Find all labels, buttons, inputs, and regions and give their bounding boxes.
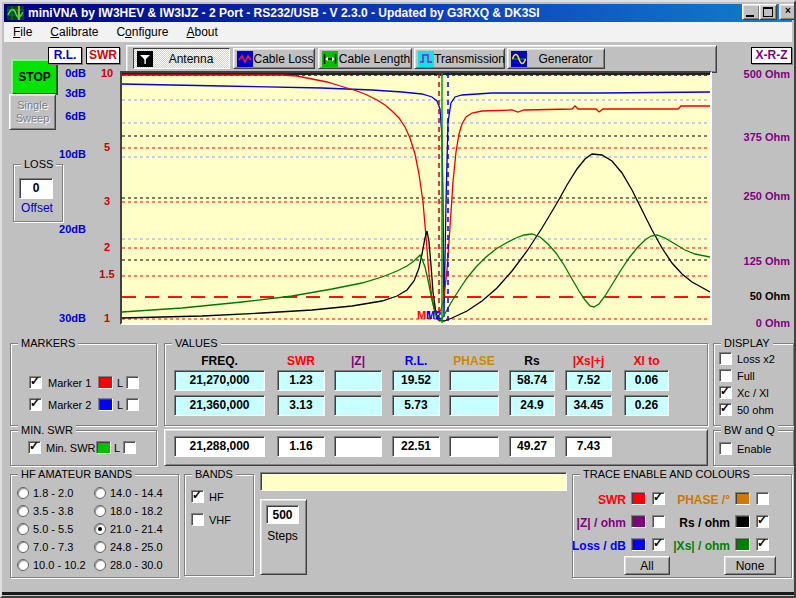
min-z-field[interactable] xyxy=(334,436,382,457)
m2-swr-field[interactable]: 3.13 xyxy=(277,395,325,416)
min-xs-field[interactable]: 7.43 xyxy=(565,436,612,457)
min-swr-colour-swatch[interactable] xyxy=(96,441,111,454)
minimize-button[interactable] xyxy=(742,4,760,20)
m1-xs-field[interactable]: 7.52 xyxy=(565,370,612,391)
all-button[interactable]: All xyxy=(624,556,670,575)
trace-rs-swatch[interactable] xyxy=(735,515,750,528)
fifty-ohm-checkbox[interactable]: ✓ xyxy=(719,403,732,416)
m2-phase-field[interactable] xyxy=(449,395,499,416)
m2-xl-field[interactable]: 0.26 xyxy=(624,395,669,416)
chart-plot[interactable]: M1M2 xyxy=(122,73,710,323)
min-rl-field[interactable]: 22.51 xyxy=(392,436,440,457)
m1-rl-field[interactable]: 19.52 xyxy=(392,370,440,391)
title-bar: miniVNA by IW3HEV & IW3IJZ - 2 Port - RS… xyxy=(4,4,792,22)
bands-group-title: BANDS xyxy=(192,468,236,480)
trace-xs-checkbox[interactable]: ✓ xyxy=(756,538,769,551)
col-swr: SWR xyxy=(277,354,325,368)
loss-offset-label: Offset xyxy=(13,201,61,215)
min-swr-field[interactable]: 1.16 xyxy=(277,436,325,457)
trace-loss-checkbox[interactable]: ✓ xyxy=(652,538,665,551)
marker2-checkbox[interactable]: ✓ xyxy=(29,398,42,411)
m2-rs-field[interactable]: 24.9 xyxy=(509,395,555,416)
vhf-label: VHF xyxy=(209,514,231,526)
m1-rs-field[interactable]: 58.74 xyxy=(509,370,555,391)
loss-offset-input[interactable]: 0 xyxy=(19,178,53,199)
m2-z-field[interactable] xyxy=(334,395,382,416)
m1-freq-field[interactable]: 21,270,000 xyxy=(174,370,265,391)
loss-x2-checkbox[interactable]: ✓ xyxy=(719,352,732,365)
min-swr-checkbox[interactable]: ✓ xyxy=(28,441,41,454)
trace-swr-swatch[interactable] xyxy=(631,492,646,505)
trace-z-swatch[interactable] xyxy=(631,515,646,528)
menu-file[interactable]: File xyxy=(4,22,41,42)
m1-swr-field[interactable]: 1.23 xyxy=(277,370,325,391)
marker2-label: Marker 2 xyxy=(48,399,91,411)
trace-phase-checkbox[interactable]: ✓ xyxy=(756,492,769,505)
marker1-l-checkbox[interactable]: ✓ xyxy=(126,376,139,389)
band-radio-30m[interactable] xyxy=(17,559,29,571)
steps-input[interactable]: 500 xyxy=(266,505,299,524)
menu-configure[interactable]: Configure xyxy=(107,22,177,42)
marker2-l-checkbox[interactable]: ✓ xyxy=(126,398,139,411)
min-swr-l-label: L xyxy=(114,442,120,454)
sweep-chart[interactable]: M1M2 xyxy=(120,71,712,325)
menu-about[interactable]: About xyxy=(177,22,226,42)
cable-length-icon xyxy=(322,51,338,67)
band-label: 7.0 - 7.3 xyxy=(33,541,73,553)
marker1-colour-swatch[interactable] xyxy=(98,376,113,389)
band-radio-20m[interactable] xyxy=(94,487,106,499)
hf-bands-group-title: HF AMATEUR BANDS xyxy=(18,468,135,480)
trace-xs-swatch[interactable] xyxy=(735,538,750,551)
band-radio-12m[interactable] xyxy=(94,541,106,553)
band-radio-80m[interactable] xyxy=(17,505,29,517)
transmission-button[interactable]: Transmission xyxy=(414,48,505,69)
trace-loss-swatch[interactable] xyxy=(631,538,646,551)
band-radio-160m[interactable] xyxy=(17,487,29,499)
m2-rl-field[interactable]: 5.73 xyxy=(392,395,440,416)
menu-bar: File Calibrate Configure About xyxy=(4,22,792,42)
vhf-checkbox[interactable]: ✓ xyxy=(191,513,204,526)
trace-rs xyxy=(122,154,710,321)
hf-checkbox[interactable]: ✓ xyxy=(191,490,204,503)
m1-z-field[interactable] xyxy=(334,370,382,391)
none-button[interactable]: None xyxy=(724,556,776,575)
m1-phase-field[interactable] xyxy=(449,370,499,391)
cable-length-button[interactable]: Cable Length xyxy=(318,48,412,69)
xrz-scale-label: X-R-Z xyxy=(751,47,792,64)
min-freq-field[interactable]: 21,288,000 xyxy=(174,436,265,457)
loss-x2-label: Loss x2 xyxy=(737,353,775,365)
col-rs: Rs xyxy=(509,354,555,368)
min-phase-field[interactable] xyxy=(449,436,499,457)
bw-q-group-title: BW and Q xyxy=(721,424,778,436)
maximize-button[interactable] xyxy=(759,4,777,20)
cable-loss-button[interactable]: Cable Loss xyxy=(233,48,315,69)
close-button[interactable]: × xyxy=(779,4,796,20)
marker1-checkbox[interactable]: ✓ xyxy=(29,376,42,389)
min-swr-l-checkbox[interactable]: ✓ xyxy=(123,441,136,454)
m1-xl-field[interactable]: 0.06 xyxy=(624,370,669,391)
min-rs-field[interactable]: 49.27 xyxy=(509,436,555,457)
band-radio-40m[interactable] xyxy=(17,541,29,553)
trace-swr-checkbox[interactable]: ✓ xyxy=(652,492,665,505)
trace-z-checkbox[interactable]: ✓ xyxy=(652,515,665,528)
trace-rs-checkbox[interactable]: ✓ xyxy=(756,515,769,528)
generator-button[interactable]: Generator xyxy=(507,48,605,69)
marker2-colour-swatch[interactable] xyxy=(98,398,113,411)
m2-xs-field[interactable]: 34.45 xyxy=(565,395,612,416)
band-radio-17m[interactable] xyxy=(94,505,106,517)
band-radio-60m[interactable] xyxy=(17,523,29,535)
band-label: 1.8 - 2.0 xyxy=(33,487,73,499)
antenna-button[interactable]: Antenna xyxy=(133,48,230,69)
bw-q-enable-checkbox[interactable]: ✓ xyxy=(719,442,732,455)
fifty-ohm-label: 50 ohm xyxy=(737,404,774,416)
band-radio-15m[interactable] xyxy=(94,523,106,535)
swr-tick: 10 xyxy=(94,67,120,79)
m2-freq-field[interactable]: 21,360,000 xyxy=(174,395,265,416)
trace-phase-swatch[interactable] xyxy=(735,492,750,505)
full-checkbox[interactable]: ✓ xyxy=(719,369,732,382)
band-radio-10m[interactable] xyxy=(94,559,106,571)
transmission-icon xyxy=(418,51,434,67)
antenna-icon xyxy=(137,51,153,67)
menu-calibrate[interactable]: Calibrate xyxy=(41,22,107,42)
xc-xl-checkbox[interactable]: ✓ xyxy=(719,386,732,399)
